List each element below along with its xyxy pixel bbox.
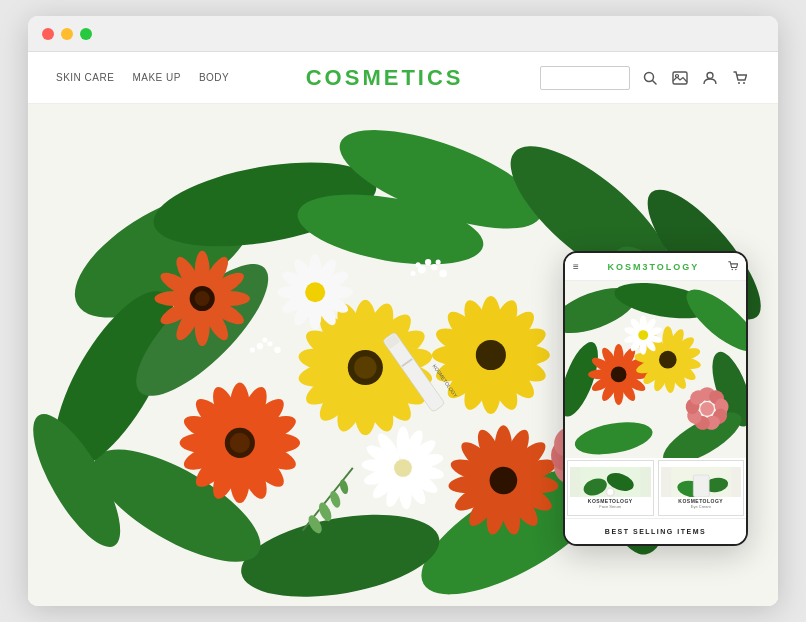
site-logo: COSMETICS bbox=[249, 65, 520, 91]
mobile-device: ≡ KOSM3TOLOGY bbox=[563, 251, 748, 546]
svg-point-176 bbox=[735, 268, 736, 269]
user-icon[interactable] bbox=[700, 68, 720, 88]
svg-rect-2 bbox=[673, 72, 687, 84]
hero-section: KOSMETOLOGY ≡ KOSM3TOLOGY bbox=[28, 104, 778, 606]
svg-point-152 bbox=[425, 259, 431, 265]
svg-point-151 bbox=[411, 271, 416, 276]
browser-window: SKIN CARE MAKE UP BODY COSMETICS bbox=[28, 16, 778, 606]
mobile-menu-icon[interactable]: ≡ bbox=[573, 261, 579, 272]
svg-point-39 bbox=[230, 433, 250, 453]
maximize-button[interactable] bbox=[80, 28, 92, 40]
browser-titlebar bbox=[28, 16, 778, 52]
svg-point-106 bbox=[476, 340, 506, 370]
traffic-lights bbox=[42, 28, 92, 40]
hero-image: KOSMETOLOGY ≡ KOSM3TOLOGY bbox=[28, 104, 778, 606]
svg-point-134 bbox=[394, 459, 412, 477]
nav-links: SKIN CARE MAKE UP BODY bbox=[56, 72, 229, 83]
mobile-logo: KOSM3TOLOGY bbox=[608, 262, 700, 272]
svg-point-4 bbox=[707, 72, 713, 78]
svg-point-159 bbox=[262, 337, 267, 342]
svg-point-153 bbox=[436, 260, 441, 265]
svg-line-1 bbox=[653, 80, 657, 84]
mobile-hero bbox=[565, 281, 746, 458]
svg-point-238 bbox=[607, 489, 613, 495]
mobile-cart-icon[interactable] bbox=[728, 261, 738, 273]
browser-content: SKIN CARE MAKE UP BODY COSMETICS bbox=[28, 52, 778, 606]
svg-point-155 bbox=[257, 343, 263, 349]
mobile-thumbnails: KOSMETOLOGY Face Serum bbox=[565, 458, 746, 518]
svg-point-212 bbox=[659, 351, 677, 369]
svg-point-223 bbox=[638, 330, 648, 340]
minimize-button[interactable] bbox=[61, 28, 73, 40]
svg-point-89 bbox=[354, 356, 377, 379]
nav-icons bbox=[540, 66, 750, 90]
image-icon[interactable] bbox=[670, 68, 690, 88]
svg-rect-242 bbox=[693, 475, 709, 497]
svg-point-156 bbox=[267, 341, 272, 346]
svg-point-175 bbox=[732, 268, 733, 269]
close-button[interactable] bbox=[42, 28, 54, 40]
nav-body[interactable]: BODY bbox=[199, 72, 229, 83]
svg-point-69 bbox=[490, 467, 518, 495]
svg-point-158 bbox=[250, 347, 255, 352]
svg-point-53 bbox=[195, 291, 210, 306]
svg-point-149 bbox=[431, 264, 437, 270]
search-input[interactable] bbox=[540, 66, 630, 90]
nav-make-up[interactable]: MAKE UP bbox=[132, 72, 181, 83]
search-icon[interactable] bbox=[640, 68, 660, 88]
site-navbar: SKIN CARE MAKE UP BODY COSMETICS bbox=[28, 52, 778, 104]
svg-point-157 bbox=[274, 347, 280, 353]
svg-point-150 bbox=[439, 270, 447, 278]
svg-point-148 bbox=[418, 266, 426, 274]
svg-point-233 bbox=[700, 402, 714, 416]
svg-point-154 bbox=[416, 262, 421, 267]
svg-point-119 bbox=[305, 282, 325, 302]
mobile-footer: BEST SELLING ITEMS bbox=[565, 518, 746, 544]
nav-skin-care[interactable]: SKIN CARE bbox=[56, 72, 114, 83]
svg-point-6 bbox=[743, 82, 745, 84]
mobile-header: ≡ KOSM3TOLOGY bbox=[565, 253, 746, 281]
svg-point-5 bbox=[738, 82, 740, 84]
cart-icon[interactable] bbox=[730, 68, 750, 88]
mobile-footer-label: BEST SELLING ITEMS bbox=[605, 528, 706, 535]
svg-point-197 bbox=[611, 367, 627, 383]
